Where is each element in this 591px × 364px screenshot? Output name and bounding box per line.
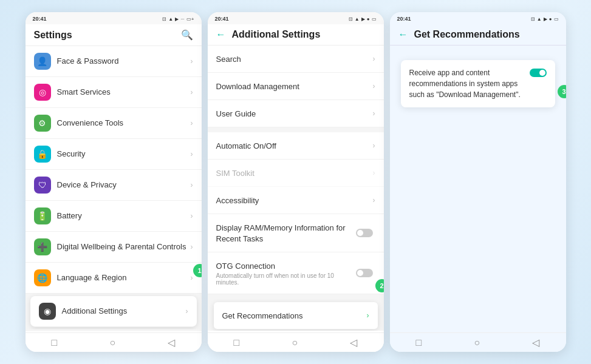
accessibility-label: Accessibility: [216, 196, 259, 205]
face-password-icon: 👤: [34, 53, 51, 70]
nav-back-3[interactable]: ◁: [532, 337, 539, 348]
arrow-icon: ›: [373, 169, 375, 177]
menu-item-auto-onoff[interactable]: Automatic On/Off ›: [208, 132, 384, 160]
status-icons-2: ⊡ ▲ ▶ ● ▭: [349, 16, 377, 22]
phone-1: 20:41 ⊡ ▲ ▶ ··· ▭+ Settings 🔍 👤 Face & P…: [26, 12, 202, 352]
menu-item-display-ram[interactable]: Display RAM/Memory Information for Recen…: [208, 214, 384, 252]
menu-item-get-recommendations[interactable]: Get Recommendations ›: [214, 302, 378, 329]
nav-circle-2[interactable]: ○: [292, 337, 298, 348]
arrow-icon: ›: [191, 57, 193, 66]
security-label: Security: [57, 149, 191, 160]
smart-services-icon: ◎: [34, 84, 51, 101]
settings-title: Settings: [34, 30, 181, 41]
battery-icon: 🔋: [34, 207, 51, 224]
convenience-tools-label: Convenience Tools: [57, 118, 191, 129]
language-region-icon: 🌐: [34, 269, 51, 286]
time-1: 20:41: [33, 16, 47, 22]
digital-wellbeing-icon: ➕: [34, 238, 51, 255]
nav-back-2[interactable]: ◁: [350, 337, 357, 348]
sim-toolkit-label: SIM Toolkit: [216, 169, 255, 178]
get-recommendations-header: ← Get Recommendations: [390, 24, 566, 46]
nav-bar-1: □ ○ ◁: [26, 332, 202, 352]
back-button-2[interactable]: ←: [216, 29, 226, 40]
download-mgmt-label: Download Management: [216, 82, 299, 91]
digital-wellbeing-label: Digital Wellbeing & Parental Controls: [57, 242, 191, 252]
status-bar-3: 20:41 ⊡ ▲ ▶ ● ▭: [390, 12, 566, 24]
arrow-icon: ›: [191, 212, 193, 220]
settings-item-battery[interactable]: 🔋 Battery ›: [26, 201, 202, 232]
arrow-icon: ›: [191, 181, 193, 189]
menu-item-user-guide[interactable]: User Guide ›: [208, 100, 384, 127]
additional-settings-icon: ◉: [39, 303, 56, 320]
nav-bar-3: □ ○ ◁: [390, 332, 566, 352]
search-icon[interactable]: 🔍: [181, 29, 193, 41]
nav-square-1[interactable]: □: [52, 337, 58, 348]
arrow-icon: ›: [373, 82, 375, 90]
auto-onoff-label: Automatic On/Off: [216, 141, 276, 150]
arrow-icon: ›: [373, 109, 375, 118]
phone-3: 20:41 ⊡ ▲ ▶ ● ▭ ← Get Recommendations Re…: [390, 12, 566, 352]
settings-item-convenience-tools[interactable]: ⚙ Convenience Tools ›: [26, 108, 202, 139]
phone-2: 20:41 ⊡ ▲ ▶ ● ▭ ← Additional Settings Se…: [208, 12, 384, 352]
tooltip-box: Receive app and content recommendations …: [401, 60, 555, 107]
nav-square-2[interactable]: □: [234, 337, 240, 348]
additional-settings-header: ← Additional Settings: [208, 24, 384, 46]
menu-item-otg-connection[interactable]: OTG Connection Automatically turn off wh…: [208, 252, 384, 294]
smart-services-label: Smart Services: [57, 87, 191, 98]
device-privacy-label: Device & Privacy: [57, 180, 191, 190]
get-recommendations-content: Receive app and content recommendations …: [390, 46, 566, 122]
nav-bar-2: □ ○ ◁: [208, 332, 384, 352]
status-icons-1: ⊡ ▲ ▶ ··· ▭+: [162, 16, 194, 22]
arrow-icon: ›: [191, 274, 193, 282]
security-icon: 🔒: [34, 146, 51, 163]
get-recommendations-title: Get Recommendations: [414, 29, 558, 40]
status-bar-1: 20:41 ⊡ ▲ ▶ ··· ▭+: [26, 12, 202, 24]
arrow-icon: ›: [373, 141, 375, 150]
status-bar-2: 20:41 ⊡ ▲ ▶ ● ▭: [208, 12, 384, 24]
otg-toggle[interactable]: [356, 269, 373, 277]
arrow-icon: ›: [367, 311, 369, 320]
menu-item-sim-toolkit: SIM Toolkit ›: [208, 160, 384, 187]
display-ram-toggle[interactable]: [356, 229, 373, 237]
otg-sublabel: Automatically turn off when not in use f…: [216, 272, 356, 286]
back-button-3[interactable]: ←: [398, 29, 408, 40]
settings-item-language-region[interactable]: 🌐 Language & Region ›: [26, 263, 202, 294]
display-ram-label: Display RAM/Memory Information for Recen…: [216, 223, 346, 243]
additional-settings-title: Additional Settings: [232, 29, 375, 40]
settings-item-device-privacy[interactable]: 🛡 Device & Privacy ›: [26, 170, 202, 201]
arrow-icon: ›: [186, 307, 188, 315]
additional-settings-list: Search › Download Management › User Guid…: [208, 46, 384, 331]
time-2: 20:41: [215, 16, 229, 22]
recommendations-toggle[interactable]: [530, 69, 547, 77]
settings-item-smart-services[interactable]: ◎ Smart Services ›: [26, 77, 202, 108]
battery-label: Battery: [57, 211, 191, 221]
settings-item-face-password[interactable]: 👤 Face & Password ›: [26, 46, 202, 77]
face-password-label: Face & Password: [57, 56, 191, 67]
arrow-icon: ›: [373, 196, 375, 204]
search-label: Search: [216, 55, 241, 64]
menu-item-download-mgmt[interactable]: Download Management ›: [208, 73, 384, 100]
settings-item-security[interactable]: 🔒 Security ›: [26, 139, 202, 170]
convenience-tools-icon: ⚙: [34, 115, 51, 132]
menu-item-search[interactable]: Search ›: [208, 46, 384, 73]
settings-header: Settings 🔍: [26, 24, 202, 46]
settings-list: 👤 Face & Password › ◎ Smart Services › ⚙…: [26, 46, 202, 331]
nav-circle-3[interactable]: ○: [474, 337, 480, 348]
arrow-icon: ›: [191, 119, 193, 127]
device-privacy-icon: 🛡: [34, 177, 51, 194]
arrow-icon: ›: [191, 243, 193, 251]
menu-item-accessibility[interactable]: Accessibility ›: [208, 187, 384, 214]
get-recommendations-label: Get Recommendations: [222, 311, 303, 320]
nav-back-1[interactable]: ◁: [168, 337, 175, 348]
arrow-icon: ›: [373, 55, 375, 63]
tooltip-text: Receive app and content recommendations …: [409, 67, 524, 100]
user-guide-label: User Guide: [216, 109, 256, 118]
nav-square-3[interactable]: □: [416, 337, 422, 348]
arrow-icon: ›: [191, 150, 193, 158]
nav-circle-1[interactable]: ○: [110, 337, 116, 348]
otg-label: OTG Connection: [216, 261, 276, 271]
arrow-icon: ›: [191, 88, 193, 96]
settings-item-additional-settings[interactable]: ◉ Additional Settings ›: [30, 296, 197, 327]
time-3: 20:41: [397, 16, 411, 22]
settings-item-digital-wellbeing[interactable]: ➕ Digital Wellbeing & Parental Controls …: [26, 232, 202, 263]
